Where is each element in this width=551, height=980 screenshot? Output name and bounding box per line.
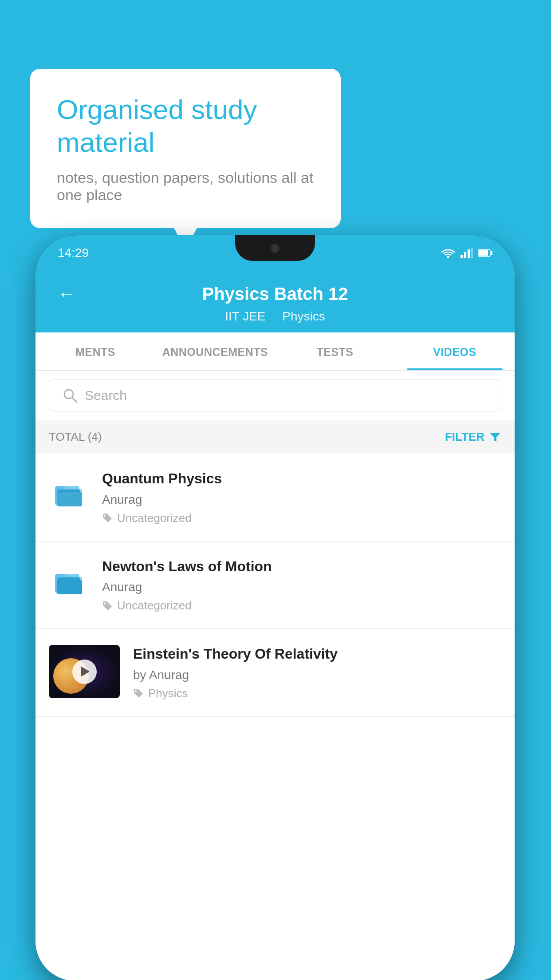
play-triangle-icon [81,666,90,677]
search-icon [63,388,78,403]
tag-icon [102,601,113,611]
video-title: Einstein's Theory Of Relativity [133,645,501,664]
video-title: Newton's Laws of Motion [102,557,501,576]
play-button[interactable] [72,660,97,684]
wifi-icon [441,248,455,258]
search-input[interactable]: Search [85,388,127,403]
bubble-title: Organised study material [57,93,314,159]
battery-icon [478,249,492,257]
speech-bubble-container: Organised study material notes, question… [30,69,341,228]
header-subtitle: IIT JEE Physics [58,309,492,324]
list-item[interactable]: Newton's Laws of Motion Anurag Uncategor… [35,541,515,629]
tab-ments[interactable]: MENTS [35,332,155,370]
tab-bar: MENTS ANNOUNCEMENTS TESTS VIDEOS [35,332,515,371]
list-item[interactable]: Quantum Physics Anurag Uncategorized [35,454,515,541]
folder-icon [53,477,85,509]
video-author: by Anurag [133,668,501,682]
video-info: Newton's Laws of Motion Anurag Uncategor… [102,557,501,613]
svg-rect-6 [479,250,488,256]
filter-label: FILTER [445,430,484,444]
video-info: Einstein's Theory Of Relativity by Anura… [133,645,501,700]
video-title: Quantum Physics [102,470,501,488]
folder-icon [53,565,85,597]
filter-button[interactable]: FILTER [445,430,501,444]
list-item[interactable]: Einstein's Theory Of Relativity by Anura… [35,629,515,717]
bubble-subtitle: notes, question papers, solutions all at… [57,169,314,204]
video-tag: Physics [133,687,501,700]
svg-rect-12 [57,492,82,506]
tab-announcements[interactable]: ANNOUNCEMENTS [155,332,275,370]
search-bar[interactable]: Search [49,379,501,411]
subtitle-subject: Physics [282,309,325,323]
svg-rect-4 [471,248,473,258]
folder-icon-container [49,473,89,513]
phone-notch [235,235,315,261]
svg-rect-3 [468,249,470,258]
svg-point-8 [64,390,73,399]
filter-icon [489,431,501,443]
svg-point-0 [447,256,449,258]
tag-label: Physics [148,687,188,700]
tag-icon [102,513,113,523]
folder-icon-container [49,561,89,601]
status-icons [441,248,492,258]
screen-content: ← Physics Batch 12 IIT JEE Physics MENTS… [35,271,515,980]
tab-tests[interactable]: TESTS [275,332,395,370]
app-header: ← Physics Batch 12 IIT JEE Physics [35,271,515,332]
status-time: 14:29 [58,246,89,260]
video-author: Anurag [102,580,501,594]
video-tag: Uncategorized [102,511,501,525]
tag-icon [133,688,144,699]
page-title: Physics Batch 12 [84,284,466,304]
tag-label: Uncategorized [117,599,192,612]
back-button[interactable]: ← [58,284,75,304]
total-count: TOTAL (4) [49,430,102,444]
video-author: Anurag [102,493,501,507]
tag-label: Uncategorized [117,511,192,525]
svg-rect-7 [491,251,492,255]
phone-frame: 14:29 [35,235,515,980]
video-info: Quantum Physics Anurag Uncategorized [102,470,501,525]
video-list: Quantum Physics Anurag Uncategorized [35,454,515,980]
svg-rect-1 [460,255,463,258]
subtitle-iit: IIT JEE [225,309,265,323]
search-container: Search [35,371,515,420]
svg-line-9 [72,398,77,402]
signal-icon [460,248,473,258]
tab-videos[interactable]: VIDEOS [395,332,515,370]
front-camera [271,244,279,253]
svg-rect-2 [464,252,466,258]
video-tag: Uncategorized [102,599,501,612]
filter-row: TOTAL (4) FILTER [35,420,515,454]
status-bar: 14:29 [35,235,515,271]
speech-bubble: Organised study material notes, question… [30,69,341,228]
video-thumbnail [49,645,120,698]
